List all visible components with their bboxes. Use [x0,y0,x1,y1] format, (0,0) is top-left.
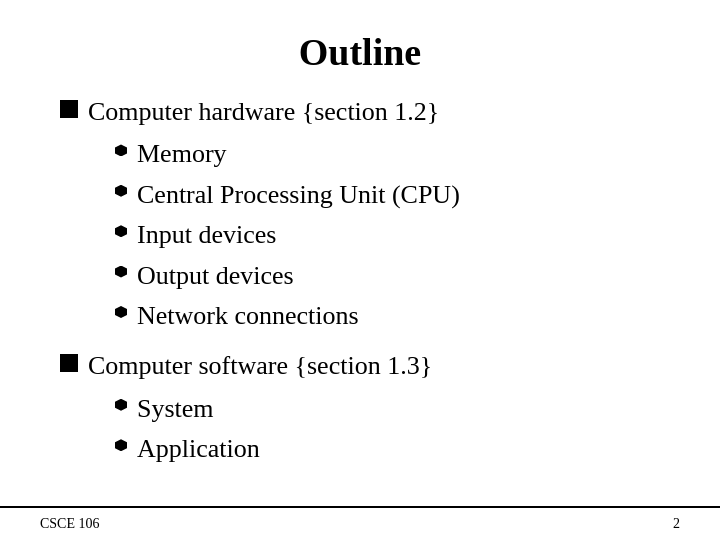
content-area: Computer hardware {section 1.2} Memory C… [40,94,680,540]
sub-bullet-1 [115,144,127,156]
sub-item-6: System [115,391,680,427]
main-bullet-1 [60,100,78,118]
slide-footer: CSCE 106 2 [0,506,720,540]
sub-item-2: Central Processing Unit (CPU) [115,177,680,213]
sub-item-4: Output devices [115,258,680,294]
sub-item-text-2: Central Processing Unit (CPU) [137,177,460,213]
main-item-2: Computer software {section 1.3} [60,348,680,384]
sub-bullet-5 [115,306,127,318]
sub-bullet-7 [115,439,127,451]
sub-bullet-3 [115,225,127,237]
main-item-1: Computer hardware {section 1.2} [60,94,680,130]
sub-bullet-6 [115,399,127,411]
sub-bullet-2 [115,185,127,197]
sub-item-1: Memory [115,136,680,172]
sub-item-3: Input devices [115,217,680,253]
main-item-text-2: Computer software {section 1.3} [88,348,432,384]
footer-page-number: 2 [673,516,680,532]
sub-item-text-1: Memory [137,136,227,172]
sub-bullet-4 [115,266,127,278]
sub-item-text-5: Network connections [137,298,359,334]
sub-item-text-7: Application [137,431,260,467]
slide-container: Outline Computer hardware {section 1.2} … [0,0,720,540]
sub-item-7: Application [115,431,680,467]
sub-list-1: Memory Central Processing Unit (CPU) Inp… [115,136,680,338]
sub-list-2: System Application [115,391,680,472]
sub-item-text-3: Input devices [137,217,276,253]
sub-item-5: Network connections [115,298,680,334]
main-item-text-1: Computer hardware {section 1.2} [88,94,439,130]
footer-course-label: CSCE 106 [40,516,100,532]
sub-item-text-4: Output devices [137,258,294,294]
main-bullet-2 [60,354,78,372]
sub-item-text-6: System [137,391,214,427]
slide-title: Outline [40,30,680,74]
